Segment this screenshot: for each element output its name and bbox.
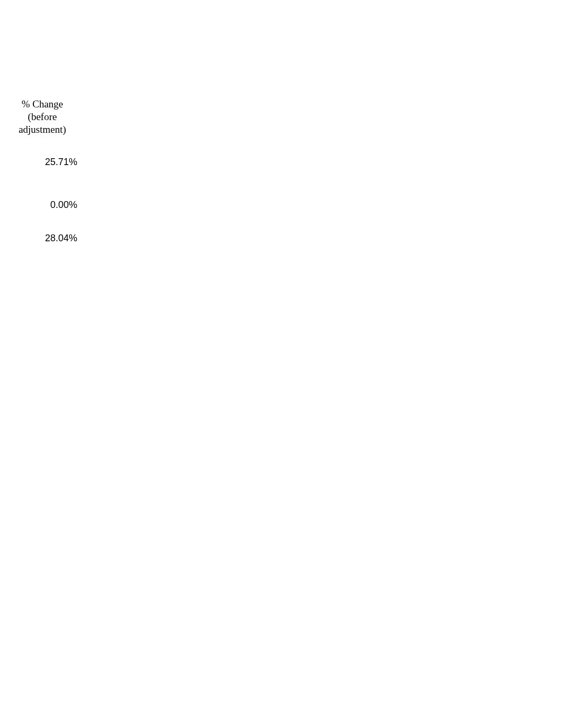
value-cell: 0.00% [0, 199, 85, 211]
percent-change-column: % Change (before adjustment) 25.71% 0.00… [0, 98, 85, 244]
value-cell: 28.04% [0, 233, 85, 244]
header-line-3: adjustment) [4, 123, 80, 136]
header-line-1: % Change [4, 98, 80, 111]
value-cell: 25.71% [0, 157, 85, 168]
header-line-2: (before [4, 111, 80, 123]
column-header: % Change (before adjustment) [0, 98, 85, 135]
